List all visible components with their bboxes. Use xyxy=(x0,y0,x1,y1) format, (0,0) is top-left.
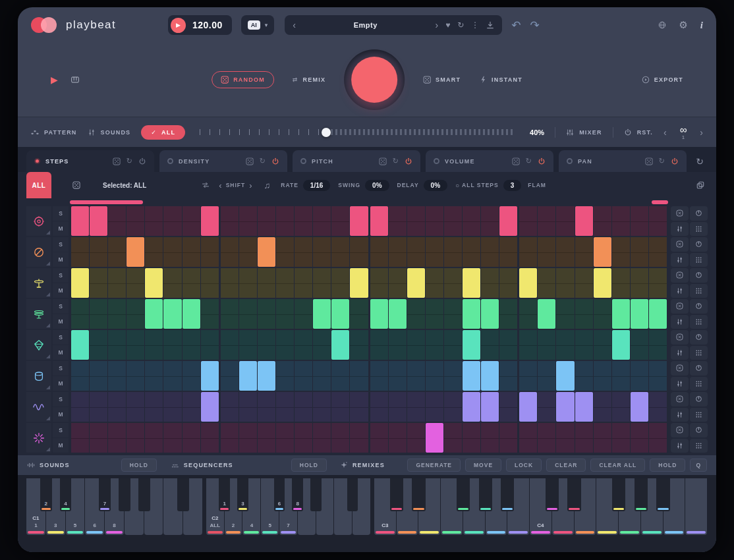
keyboard-icon[interactable] xyxy=(71,76,79,84)
step-cell-17[interactable] xyxy=(370,361,388,391)
expand-corner-icon[interactable] xyxy=(46,416,50,420)
step-cell-30[interactable] xyxy=(612,361,630,391)
step-cell-24[interactable] xyxy=(499,206,517,236)
step-cell-6[interactable] xyxy=(163,268,181,298)
piano-key-black[interactable]: 7 xyxy=(99,478,111,511)
step-cell-24[interactable] xyxy=(499,330,517,360)
step-cell-15[interactable] xyxy=(331,361,349,391)
step-cell-24[interactable] xyxy=(499,361,517,391)
remix-button[interactable]: ⇄ REMIX xyxy=(293,76,325,83)
track-knob-button[interactable] xyxy=(690,206,708,221)
step-cell-23[interactable] xyxy=(481,392,499,422)
step-cell-3[interactable] xyxy=(108,237,126,267)
step-cell-13[interactable] xyxy=(295,237,312,267)
step-cell-19[interactable] xyxy=(407,361,425,391)
step-cell-31[interactable] xyxy=(631,237,648,267)
step-cell-4[interactable] xyxy=(127,299,144,329)
reload-preset-icon[interactable]: ↻ xyxy=(457,21,464,29)
smart-button[interactable]: SMART xyxy=(423,76,461,84)
step-cell-20[interactable] xyxy=(426,423,443,453)
step-cell-4[interactable] xyxy=(127,423,144,453)
step-cell-15[interactable] xyxy=(331,392,349,422)
step-cell-29[interactable] xyxy=(594,268,611,298)
step-cell-28[interactable] xyxy=(575,206,593,236)
step-cell-12[interactable] xyxy=(276,206,294,236)
step-cell-10[interactable] xyxy=(239,330,257,360)
mute-button[interactable]: M xyxy=(53,314,69,329)
step-cell-28[interactable] xyxy=(575,299,593,329)
step-cell-7[interactable] xyxy=(183,299,200,329)
step-cell-14[interactable] xyxy=(313,299,331,329)
step-cell-4[interactable] xyxy=(127,361,144,391)
step-cell-32[interactable] xyxy=(649,268,667,298)
track-icon-hihat-closed[interactable] xyxy=(26,268,51,298)
track-substeps-button[interactable] xyxy=(690,377,708,391)
step-cell-26[interactable] xyxy=(538,206,555,236)
clear-track-button[interactable] xyxy=(671,330,689,345)
track-icon-synth-wave[interactable] xyxy=(26,392,51,422)
randomize-all-button[interactable]: ↻ xyxy=(692,150,708,172)
piano-key-black[interactable] xyxy=(119,478,130,511)
step-cell-24[interactable] xyxy=(499,268,517,298)
step-cell-23[interactable] xyxy=(481,330,499,360)
step-cell-19[interactable] xyxy=(407,330,425,360)
redo-button[interactable]: ↷ xyxy=(530,18,540,32)
step-cell-11[interactable] xyxy=(258,330,275,360)
step-cell-9[interactable] xyxy=(221,330,239,360)
step-cell-14[interactable] xyxy=(313,392,331,422)
globe-button[interactable] xyxy=(658,21,666,29)
step-cell-3[interactable] xyxy=(108,299,126,329)
step-cell-17[interactable] xyxy=(370,330,388,360)
step-cell-11[interactable] xyxy=(258,299,275,329)
step-cell-1[interactable] xyxy=(71,423,89,453)
step-cell-7[interactable] xyxy=(183,423,200,453)
step-cell-29[interactable] xyxy=(594,392,611,422)
piano-key-black[interactable] xyxy=(635,478,648,511)
step-cell-17[interactable] xyxy=(370,299,388,329)
step-cell-30[interactable] xyxy=(612,206,630,236)
step-cell-24[interactable] xyxy=(499,299,517,329)
undo-button[interactable]: ↶ xyxy=(511,18,521,32)
randomize-big-button[interactable] xyxy=(351,57,397,103)
tab-density[interactable]: DENSITY ↻ xyxy=(159,150,287,172)
step-cell-3[interactable] xyxy=(108,206,126,236)
step-cell-27[interactable] xyxy=(556,268,574,298)
step-cell-5[interactable] xyxy=(145,361,163,391)
step-cell-10[interactable] xyxy=(239,206,257,236)
step-cell-18[interactable] xyxy=(389,299,407,329)
solo-button[interactable]: S xyxy=(53,237,69,252)
step-cell-22[interactable] xyxy=(463,206,480,236)
track-mixer-button[interactable] xyxy=(671,346,689,360)
loop-icon[interactable]: ↻ xyxy=(127,157,132,165)
step-cell-30[interactable] xyxy=(612,237,630,267)
step-cell-6[interactable] xyxy=(163,392,181,422)
track-icon-fx-burst[interactable] xyxy=(26,423,51,453)
step-cell-32[interactable] xyxy=(649,392,667,422)
step-cell-14[interactable] xyxy=(313,268,331,298)
step-cell-23[interactable] xyxy=(481,361,499,391)
step-cell-28[interactable] xyxy=(575,361,593,391)
expand-corner-icon[interactable] xyxy=(46,385,50,389)
step-cell-12[interactable] xyxy=(276,330,294,360)
step-cell-29[interactable] xyxy=(594,237,611,267)
step-cell-17[interactable] xyxy=(370,392,388,422)
bpm-value[interactable]: 120.00 xyxy=(192,20,223,30)
track-knob-button[interactable] xyxy=(690,361,708,376)
sounds-view-tab[interactable]: SOUNDS xyxy=(88,128,131,136)
step-cell-22[interactable] xyxy=(463,299,480,329)
step-cell-11[interactable] xyxy=(258,423,275,453)
step-cell-10[interactable] xyxy=(239,268,257,298)
rate-value[interactable]: 1/16 xyxy=(303,180,330,191)
step-cell-24[interactable] xyxy=(499,392,517,422)
step-cell-2[interactable] xyxy=(90,361,107,391)
step-cell-28[interactable] xyxy=(575,423,593,453)
step-cell-6[interactable] xyxy=(163,206,181,236)
step-cell-20[interactable] xyxy=(426,361,443,391)
step-cell-32[interactable] xyxy=(649,299,667,329)
step-cell-22[interactable] xyxy=(463,268,480,298)
pattern-loop-indicator[interactable]: ∞ 1 xyxy=(680,125,687,140)
tab-volume[interactable]: VOLUME ↻ xyxy=(426,150,553,172)
step-cell-17[interactable] xyxy=(370,237,388,267)
step-cell-7[interactable] xyxy=(183,237,200,267)
step-cell-8[interactable] xyxy=(201,268,219,298)
